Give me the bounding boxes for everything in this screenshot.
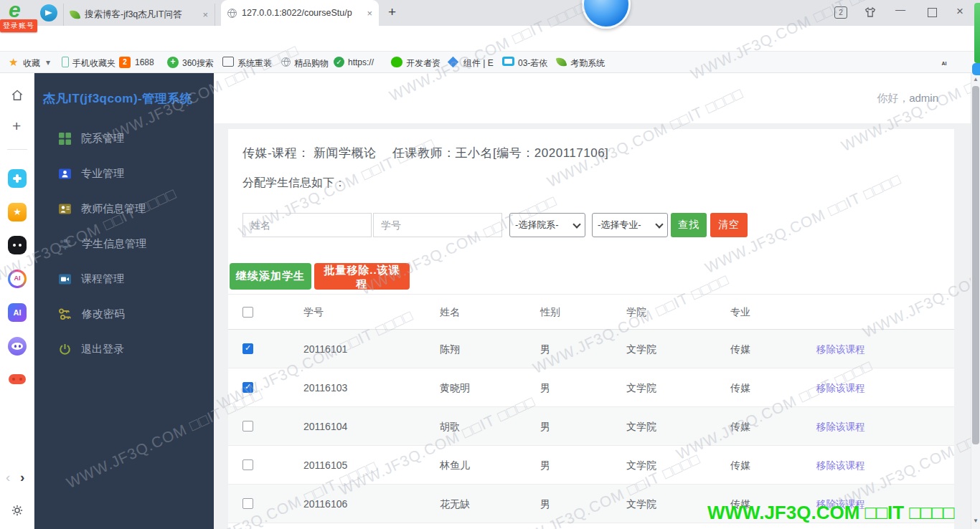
cell-gender: 男	[540, 459, 550, 472]
search-button[interactable]: 查找	[671, 213, 707, 237]
side-panel-handle[interactable]	[974, 3, 980, 63]
scroll-down-icon[interactable]: ▼	[971, 518, 980, 524]
power-icon	[59, 343, 71, 356]
select-chevron-icon	[573, 220, 580, 228]
leaf-favicon	[70, 9, 80, 20]
chat-app-icon[interactable]	[8, 236, 27, 254]
https-check-icon: ✓	[334, 57, 344, 67]
tab-title: 127.0.0.1:8022/courseStu/p	[242, 8, 362, 18]
tab-close-icon[interactable]: ×	[367, 8, 372, 19]
sidebar-item-students[interactable]: 学生信息管理	[59, 235, 202, 252]
sidebar-item-change-password[interactable]: 修改密码	[59, 305, 202, 323]
assigned-students-subtitle: 分配学生信息如下：	[242, 176, 346, 191]
sidebar-item-label: 学生信息管理	[82, 237, 146, 251]
bookmark-attendance[interactable]: 考勤系统	[570, 57, 605, 70]
browser-side-strip: + ★ AI AI ‹ ›	[0, 73, 34, 529]
side-panel-tip[interactable]	[972, 63, 980, 75]
remove-course-link[interactable]: 移除该课程	[816, 382, 865, 395]
app-sidebar: 杰凡IT(jf3qcom)-管理系统 院系管理 专业管理 教师信息管理	[34, 73, 214, 529]
browser-tab-bar: e 搜索博客-jf3q杰凡IT问答 × 127.0.0.1:8022/cours…	[0, 0, 980, 26]
close-window-button[interactable]: ×	[956, 4, 963, 19]
login-account-badge[interactable]: 登录账号	[0, 19, 37, 32]
restore-button[interactable]	[928, 8, 937, 17]
row-checkbox[interactable]	[242, 498, 253, 509]
column-header: 专业	[730, 306, 750, 319]
home-strip-icon[interactable]	[10, 88, 24, 103]
tab-coursestu[interactable]: 127.0.0.1:8022/courseStu/p ×	[221, 0, 379, 26]
row-checkbox[interactable]	[242, 382, 253, 393]
table-header-row: 学号 姓名 性别 学院 专业	[228, 294, 954, 330]
sidebar-item-logout[interactable]: 退出登录	[59, 340, 202, 358]
cell-college: 文学院	[626, 343, 656, 356]
bookmark-1688[interactable]: 1688	[135, 57, 154, 67]
bookmark-developer[interactable]: 开发者资	[406, 57, 440, 70]
remove-course-link[interactable]: 移除该课程	[816, 459, 865, 472]
bookmark-system-reinstall[interactable]: 系统重装	[237, 57, 272, 70]
scroll-up-icon[interactable]: ▲	[971, 76, 980, 82]
column-header: 姓名	[440, 306, 460, 319]
cell-student-id: 20116104	[303, 421, 347, 432]
bookmark-ruoyi[interactable]: 03-若依	[518, 57, 547, 70]
bookmark-360-search[interactable]: 360搜索	[182, 57, 214, 70]
department-select[interactable]: -选择院系-	[509, 213, 585, 237]
select-chevron-icon	[655, 220, 663, 228]
star-app-icon[interactable]: ★	[8, 203, 27, 221]
strip-forward-icon[interactable]: ›	[20, 470, 24, 485]
batch-remove-button[interactable]: 批量移除..该课程	[314, 263, 410, 290]
clear-button[interactable]: 清空	[710, 213, 748, 237]
course-students-card: 传媒-课程： 新闻学概论 任课教师：王小名[编号：2020117106] 分配学…	[228, 129, 954, 529]
bookmark-https[interactable]: https://	[348, 57, 374, 67]
skin-theme-icon[interactable]	[863, 6, 877, 19]
sidebar-item-courses[interactable]: 课程管理	[59, 270, 202, 287]
creature-app-icon[interactable]	[8, 337, 27, 356]
users-group-icon	[59, 238, 72, 249]
remove-course-link[interactable]: 移除该课程	[816, 421, 865, 434]
window-count-badge[interactable]: 2	[834, 6, 847, 19]
bookmark-component[interactable]: 组件 | E	[463, 57, 494, 70]
table-row: 20116104 胡歌 男 文学院 传媒 移除该课程	[228, 407, 954, 446]
greeting-text: 你好，	[877, 92, 909, 104]
bilibili-icon	[502, 57, 514, 66]
scrollbar-thumb[interactable]	[972, 86, 979, 444]
sidebar-item-teachers[interactable]: 教师信息管理	[59, 200, 202, 217]
sidebar-item-majors[interactable]: 专业管理	[59, 165, 202, 182]
remove-course-link[interactable]: 移除该课程	[816, 343, 865, 356]
cell-gender: 男	[540, 498, 550, 511]
name-filter-input[interactable]	[242, 213, 372, 237]
settings-gear-icon[interactable]	[11, 504, 24, 517]
sidebar-item-departments[interactable]: 院系管理	[59, 130, 202, 147]
ai-square-app-icon[interactable]: AI	[8, 303, 27, 322]
favorites-caret-icon[interactable]: ▾	[46, 57, 50, 67]
360-search-icon: +	[167, 57, 179, 68]
game-app-icon[interactable]	[8, 372, 27, 386]
sidebar-item-label: 修改密码	[82, 308, 125, 321]
major-select[interactable]: -选择专业-	[592, 213, 668, 237]
favorites-star-icon[interactable]: ★	[9, 56, 18, 69]
tab-blog[interactable]: 搜索博客-jf3q杰凡IT问答 ×	[63, 4, 215, 26]
student-id-filter-input[interactable]	[373, 213, 502, 237]
strip-back-icon[interactable]: ‹	[6, 470, 10, 485]
table-row: 20116105 林鱼儿 男 文学院 传媒 移除该课程	[228, 446, 954, 485]
select-all-checkbox[interactable]	[242, 307, 253, 318]
bookmark-phone-folder[interactable]: 手机收藏夹	[72, 57, 116, 70]
username[interactable]: admin	[909, 92, 938, 104]
row-checkbox[interactable]	[242, 459, 253, 470]
tab-close-icon[interactable]: ×	[202, 9, 208, 20]
cyan-app-icon[interactable]	[8, 169, 27, 188]
cell-name: 胡歌	[440, 421, 460, 434]
component-cube-icon	[448, 57, 459, 68]
sidebar-item-label: 退出登录	[81, 343, 124, 356]
course-info-line: 传媒-课程： 新闻学概论 任课教师：王小名[编号：2020117106]	[242, 145, 608, 161]
row-checkbox[interactable]	[242, 343, 253, 354]
ai-ring-app-icon[interactable]: AI	[8, 270, 27, 288]
minimize-button[interactable]: —	[892, 4, 908, 15]
new-tab-button[interactable]: +	[388, 4, 396, 20]
row-checkbox[interactable]	[242, 421, 253, 432]
telegram-sidebar-icon[interactable]	[40, 4, 57, 22]
add-students-button[interactable]: 继续添加学生	[230, 263, 311, 290]
bookmark-favorites[interactable]: 收藏	[23, 57, 40, 70]
bookmark-shopping[interactable]: 精品购物	[294, 57, 329, 70]
cell-major: 传媒	[730, 343, 750, 356]
footer-watermark: WWW.JF3Q.COM □□IT □□□□	[707, 502, 954, 524]
strip-add-icon[interactable]: +	[12, 118, 21, 135]
